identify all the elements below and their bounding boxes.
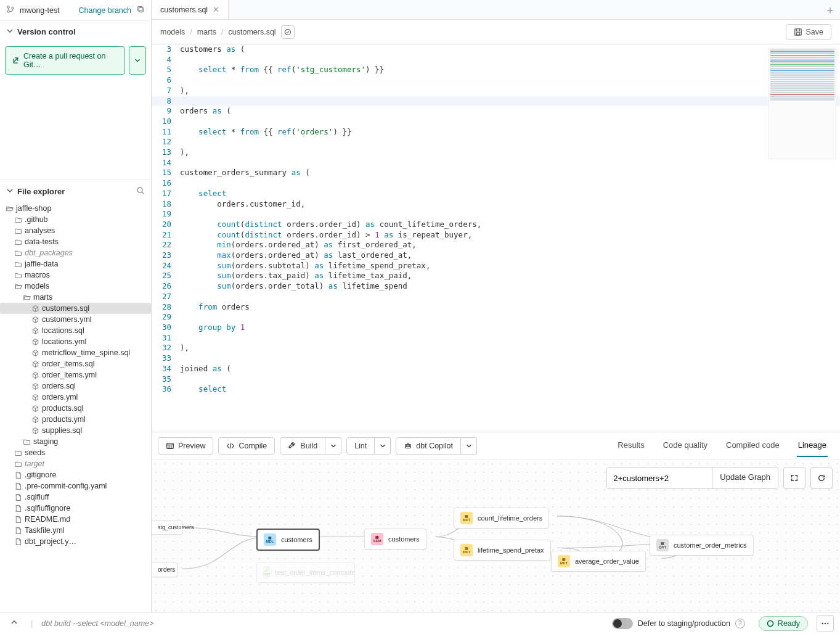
code-line[interactable]: 20 count(distinct orders.order_id) as co… xyxy=(152,220,840,230)
lineage-node-count-lifetime-orders[interactable]: ▦MET count_lifetime_orders xyxy=(454,508,549,529)
tree-row-macros[interactable]: macros xyxy=(0,270,151,281)
change-branch-link[interactable]: Change branch xyxy=(79,6,131,15)
code-line[interactable]: 35 xyxy=(152,374,840,385)
tree-row-locations-yml[interactable]: locations.yml xyxy=(0,336,151,347)
lineage-node-customer-order-metrics[interactable]: ▦QRY customer_order_metrics xyxy=(650,535,754,556)
command-bar-expand[interactable] xyxy=(6,615,22,631)
refresh-button[interactable] xyxy=(810,467,833,489)
code-line[interactable]: 6 xyxy=(152,75,840,86)
compile-button[interactable]: Compile xyxy=(218,437,275,455)
tree-row-locations-sql[interactable]: locations.sql xyxy=(0,325,151,336)
build-dropdown[interactable] xyxy=(325,437,341,455)
code-line[interactable]: 29 xyxy=(152,312,840,323)
save-button[interactable]: Save xyxy=(786,24,832,40)
code-line[interactable]: 21 count(distinct orders.order_id) > 1 a… xyxy=(152,230,840,241)
tree-row-jaffle-shop[interactable]: jaffle-shop xyxy=(0,203,151,214)
update-graph-button[interactable]: Update Graph xyxy=(712,467,778,488)
code-line[interactable]: 28 from orders xyxy=(152,302,840,313)
code-line[interactable]: 9orders as ( xyxy=(152,106,840,117)
help-icon[interactable]: ? xyxy=(735,619,745,628)
code-line[interactable]: 10 xyxy=(152,117,840,127)
bottom-tab-results[interactable]: Results xyxy=(616,434,645,457)
tree-row-products-yml[interactable]: products.yml xyxy=(0,414,151,425)
code-line[interactable]: 33 xyxy=(152,353,840,364)
code-line[interactable]: 17 select xyxy=(152,189,840,199)
tree-row--gitignore[interactable]: .gitignore xyxy=(0,469,151,480)
code-line[interactable]: 24 sum(orders.subtotal) as lifetime_spen… xyxy=(152,261,840,271)
tree-row-customers-yml[interactable]: customers.yml xyxy=(0,314,151,325)
code-line[interactable]: 32), xyxy=(152,343,840,353)
tree-row-staging[interactable]: staging xyxy=(0,436,151,447)
code-line[interactable]: 13), xyxy=(152,147,840,158)
copy-icon[interactable] xyxy=(136,5,145,15)
minimap[interactable] xyxy=(769,48,836,159)
lineage-node-customers-sem[interactable]: ▦SEM customers xyxy=(364,529,426,550)
tree-row--github[interactable]: .github xyxy=(0,214,151,225)
tree-row-order-items-sql[interactable]: order_items.sql xyxy=(0,358,151,369)
tree-row-jaffle-data[interactable]: jaffle-data xyxy=(0,258,151,270)
code-line[interactable]: 7), xyxy=(152,86,840,96)
tree-row-orders-yml[interactable]: orders.yml xyxy=(0,392,151,403)
tree-row-taskfile-yml[interactable]: Taskfile.yml xyxy=(0,525,151,536)
close-icon[interactable]: ✕ xyxy=(213,5,219,14)
code-line[interactable]: 34joined as ( xyxy=(152,364,840,374)
lineage-graph[interactable]: Update Graph xyxy=(152,459,840,612)
breadcrumb-segment[interactable]: customers.sql xyxy=(229,28,276,36)
command-placeholder[interactable]: dbt build --select <model_name> xyxy=(41,619,153,628)
code-line[interactable]: 3customers as ( xyxy=(152,44,840,55)
tree-row-data-tests[interactable]: data-tests xyxy=(0,236,151,247)
bottom-tab-code-quality[interactable]: Code quality xyxy=(662,434,709,457)
tree-row--sqlfluff[interactable]: .sqlfluff xyxy=(0,492,151,503)
fullscreen-button[interactable] xyxy=(783,467,805,489)
code-line[interactable]: 18 orders.customer_id, xyxy=(152,199,840,210)
copilot-button[interactable]: dbt Copilot xyxy=(396,437,461,455)
bottom-tab-compiled-code[interactable]: Compiled code xyxy=(725,434,781,457)
code-line[interactable]: 16 xyxy=(152,178,840,189)
tree-row-metricflow-time-spine-sql[interactable]: metricflow_time_spine.sql xyxy=(0,347,151,358)
tree-row-dbt-project-yml[interactable]: dbt_project.y… xyxy=(0,536,151,547)
tree-row-customers-sql[interactable]: customers.sql xyxy=(0,303,151,314)
tree-row-analyses[interactable]: analyses xyxy=(0,225,151,236)
tree-row-target[interactable]: target xyxy=(0,458,151,469)
lint-button[interactable]: Lint xyxy=(346,437,375,455)
code-editor[interactable]: 3customers as (45 select * from {{ ref('… xyxy=(152,44,840,432)
lineage-node-average-order-value[interactable]: ▦MET average_order_value xyxy=(551,551,646,572)
tab-customers-sql[interactable]: customers.sql ✕ xyxy=(152,0,229,19)
build-button[interactable]: Build xyxy=(280,437,325,455)
tree-row-dbt-packages[interactable]: dbt_packages xyxy=(0,247,151,258)
code-line[interactable]: 31 xyxy=(152,333,840,344)
code-line[interactable]: 19 xyxy=(152,209,840,220)
copilot-dropdown[interactable] xyxy=(461,437,477,455)
code-line[interactable]: 8 xyxy=(152,96,840,107)
code-line[interactable]: 12 xyxy=(152,137,840,147)
preview-button[interactable]: Preview xyxy=(158,437,213,455)
code-line[interactable]: 27 xyxy=(152,292,840,302)
code-line[interactable]: 11 select * from {{ ref('orders') }} xyxy=(152,127,840,138)
tree-row-orders-sql[interactable]: orders.sql xyxy=(0,381,151,392)
lint-dropdown[interactable] xyxy=(375,437,391,455)
bottom-tab-lineage[interactable]: Lineage xyxy=(797,434,828,457)
breadcrumb-action-button[interactable] xyxy=(281,25,295,39)
lineage-node-lifetime-spend-pretax[interactable]: ▦MET lifetime_spend_pretax xyxy=(454,540,551,561)
pr-dropdown-button[interactable] xyxy=(129,46,146,75)
new-tab-button[interactable]: ＋ xyxy=(820,0,840,19)
code-line[interactable]: 25 sum(orders.tax_paid) as lifetime_tax_… xyxy=(152,271,840,281)
create-pull-request-button[interactable]: Create a pull request on Git… xyxy=(5,46,125,75)
code-line[interactable]: 23 max(orders.ordered_at) as last_ordere… xyxy=(152,250,840,261)
lineage-filter-input[interactable] xyxy=(607,467,712,488)
tree-row-marts[interactable]: marts xyxy=(0,292,151,303)
code-line[interactable]: 22 min(orders.ordered_at) as first_order… xyxy=(152,240,840,250)
breadcrumb-segment[interactable]: models xyxy=(160,28,185,36)
code-line[interactable]: 26 sum(orders.order_total) as lifetime_s… xyxy=(152,281,840,292)
code-line[interactable]: 5 select * from {{ ref('stg_customers') … xyxy=(152,65,840,75)
file-explorer-header[interactable]: File explorer xyxy=(0,179,151,203)
search-icon[interactable] xyxy=(136,186,145,197)
tree-row-products-sql[interactable]: products.sql xyxy=(0,403,151,414)
code-line[interactable]: 4 xyxy=(152,55,840,65)
tree-row-readme-md[interactable]: README.md xyxy=(0,514,151,525)
tree-row-order-items-yml[interactable]: order_items.yml xyxy=(0,369,151,381)
tree-row-supplies-sql[interactable]: supplies.sql xyxy=(0,425,151,436)
defer-toggle[interactable] xyxy=(612,618,633,629)
file-tree[interactable]: jaffle-shop.githubanalysesdata-testsdbt_… xyxy=(0,203,151,612)
tree-row--sqlfluffignore[interactable]: .sqlfluffignore xyxy=(0,503,151,514)
